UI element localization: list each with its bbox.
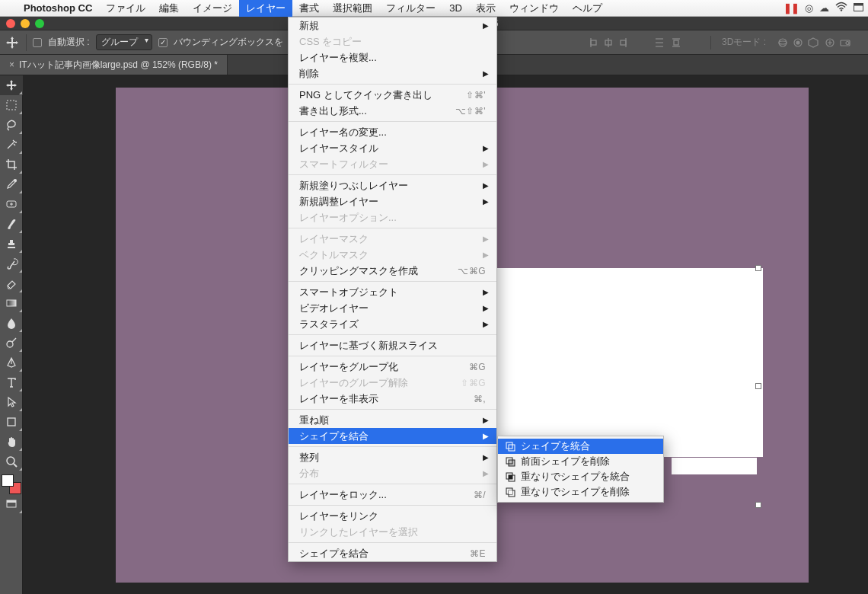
menu-item[interactable]: レイヤー名の変更... bbox=[289, 124, 496, 140]
menu-item[interactable]: 重ね順▶ bbox=[289, 412, 496, 428]
auto-select-mode-select[interactable]: グループ bbox=[96, 34, 152, 50]
menu-フィルター[interactable]: フィルター bbox=[379, 0, 442, 17]
align-group-icon[interactable] bbox=[589, 37, 643, 49]
menu-item[interactable]: レイヤーに基づく新規スライス bbox=[289, 337, 496, 353]
menu-item[interactable]: レイヤーをリンク bbox=[289, 508, 496, 524]
transform-handle[interactable] bbox=[755, 265, 761, 271]
tool-zoom[interactable] bbox=[0, 452, 23, 471]
submenu-arrow-icon: ▶ bbox=[483, 304, 489, 312]
white-shape-tab[interactable] bbox=[672, 458, 757, 474]
tool-eyedropper[interactable] bbox=[0, 174, 23, 194]
window-close-button[interactable] bbox=[6, 19, 15, 28]
submenu-item[interactable]: 前面シェイプを削除 bbox=[498, 454, 663, 469]
color-swatches[interactable] bbox=[2, 474, 21, 494]
auto-select-checkbox[interactable] bbox=[33, 38, 42, 47]
window-zoom-button[interactable] bbox=[35, 19, 44, 28]
window-minimize-button[interactable] bbox=[21, 19, 30, 28]
tool-gradient[interactable] bbox=[0, 293, 23, 313]
svg-rect-22 bbox=[7, 101, 16, 110]
menu-編集[interactable]: 編集 bbox=[152, 0, 186, 17]
menu-選択範囲[interactable]: 選択範囲 bbox=[326, 0, 379, 17]
menu-item-label: クリッピングマスクを作成 bbox=[299, 264, 418, 278]
fullscreen-icon[interactable] bbox=[854, 2, 863, 14]
menu-item[interactable]: クリッピングマスクを作成⌥⌘G bbox=[289, 263, 496, 279]
menu-item[interactable]: スマートオブジェクト▶ bbox=[289, 284, 496, 300]
menu-item[interactable]: レイヤーを複製... bbox=[289, 50, 496, 65]
shape-op-icon bbox=[506, 442, 515, 452]
menu-イメージ[interactable]: イメージ bbox=[186, 0, 239, 17]
submenu-item-label: 前面シェイプを削除 bbox=[521, 455, 610, 468]
menu-item-label: レイヤーオプション... bbox=[299, 211, 397, 225]
cc-cloud-icon[interactable]: ◎ bbox=[805, 2, 813, 14]
menu-表示[interactable]: 表示 bbox=[469, 0, 503, 17]
submenu-item[interactable]: 重なりでシェイプを削除 bbox=[498, 484, 663, 500]
menu-item[interactable]: 削除▶ bbox=[289, 65, 496, 81]
tool-dodge[interactable] bbox=[0, 333, 23, 353]
tool-brush[interactable] bbox=[0, 214, 23, 234]
menu-3D[interactable]: 3D bbox=[442, 0, 469, 17]
tool-hand[interactable] bbox=[0, 432, 23, 452]
cloud-icon[interactable]: ☁ bbox=[819, 2, 829, 14]
tool-magic-wand[interactable] bbox=[0, 135, 23, 155]
menu-ウィンドウ[interactable]: ウィンドウ bbox=[503, 0, 566, 17]
menu-item[interactable]: 新規塗りつぶしレイヤー▶ bbox=[289, 177, 496, 193]
menu-item[interactable]: レイヤーを非表示⌘, bbox=[289, 391, 496, 407]
menu-item[interactable]: ラスタライズ▶ bbox=[289, 316, 496, 332]
tool-stamp[interactable] bbox=[0, 234, 23, 254]
app-name[interactable]: Photoshop CC bbox=[17, 2, 99, 14]
tab-close-icon[interactable]: × bbox=[9, 59, 14, 70]
wifi-icon[interactable] bbox=[835, 2, 847, 14]
pause-icon[interactable]: ❚❚ bbox=[783, 2, 799, 14]
tool-move[interactable] bbox=[0, 75, 23, 95]
tool-pen[interactable] bbox=[0, 353, 23, 372]
menu-item[interactable]: シェイプを結合▶ bbox=[289, 428, 496, 444]
submenu-item[interactable]: 重なりでシェイプを統合 bbox=[498, 469, 663, 484]
transform-handle[interactable] bbox=[755, 383, 761, 389]
submenu-arrow-icon: ▶ bbox=[483, 432, 489, 440]
submenu-item-label: 重なりでシェイプを統合 bbox=[521, 470, 630, 484]
menu-item-label: 削除 bbox=[299, 67, 319, 81]
menu-item-label: 分布 bbox=[299, 467, 319, 481]
distribute-group-icon[interactable] bbox=[654, 37, 700, 49]
menu-レイヤー[interactable]: レイヤー bbox=[239, 0, 292, 17]
tool-shape[interactable] bbox=[0, 412, 23, 432]
tool-type[interactable] bbox=[0, 372, 23, 392]
submenu-arrow-icon: ▶ bbox=[483, 320, 489, 328]
menu-item[interactable]: ビデオレイヤー▶ bbox=[289, 300, 496, 316]
tool-lasso[interactable] bbox=[0, 115, 23, 135]
document-tab[interactable]: × ITハット記事内画像large.psd @ 152% (RGB/8) * bbox=[0, 55, 228, 75]
move-tool-icon[interactable] bbox=[5, 35, 20, 50]
bbox-checkbox[interactable]: ✓ bbox=[158, 38, 168, 47]
tool-healing[interactable] bbox=[0, 194, 23, 214]
3d-icons-group[interactable] bbox=[777, 37, 860, 49]
tool-crop[interactable] bbox=[0, 155, 23, 174]
menu-item[interactable]: 新規調整レイヤー▶ bbox=[289, 193, 496, 209]
menu-ファイル[interactable]: ファイル bbox=[99, 0, 152, 17]
menu-item-label: スマートフィルター bbox=[299, 158, 388, 171]
menu-item[interactable]: 書き出し形式...⌥⇧⌘' bbox=[289, 103, 496, 119]
menu-item[interactable]: レイヤーをグループ化⌘G bbox=[289, 359, 496, 375]
menu-item[interactable]: レイヤーをロック...⌘/ bbox=[289, 487, 496, 503]
submenu-arrow-icon: ▶ bbox=[483, 197, 489, 206]
tool-eraser[interactable] bbox=[0, 273, 23, 293]
menu-item[interactable]: シェイプを結合⌘E bbox=[289, 545, 496, 561]
menu-shortcut: ⌥⌘G bbox=[458, 266, 486, 276]
menu-ヘルプ[interactable]: ヘルプ bbox=[566, 0, 609, 17]
submenu-item[interactable]: シェイプを統合 bbox=[498, 439, 663, 454]
menu-item-label: レイヤースタイル bbox=[299, 142, 378, 155]
tool-blur[interactable] bbox=[0, 313, 23, 333]
svg-rect-8 bbox=[621, 40, 626, 45]
menu-item[interactable]: 整列▶ bbox=[289, 449, 496, 465]
menu-書式[interactable]: 書式 bbox=[292, 0, 326, 17]
screen-mode-button[interactable] bbox=[0, 494, 23, 514]
menu-item[interactable]: 新規▶ bbox=[289, 18, 496, 34]
svg-rect-26 bbox=[7, 300, 16, 306]
shape-combine-submenu: シェイプを統合前面シェイプを削除重なりでシェイプを統合重なりでシェイプを削除 bbox=[497, 436, 664, 503]
tool-path-select[interactable] bbox=[0, 392, 23, 412]
svg-point-18 bbox=[796, 41, 799, 44]
menu-item[interactable]: レイヤースタイル▶ bbox=[289, 140, 496, 156]
transform-handle[interactable] bbox=[755, 502, 761, 508]
tool-history-brush[interactable] bbox=[0, 254, 23, 273]
menu-item[interactable]: PNG としてクイック書き出し⇧⌘' bbox=[289, 87, 496, 103]
tool-marquee[interactable] bbox=[0, 95, 23, 115]
